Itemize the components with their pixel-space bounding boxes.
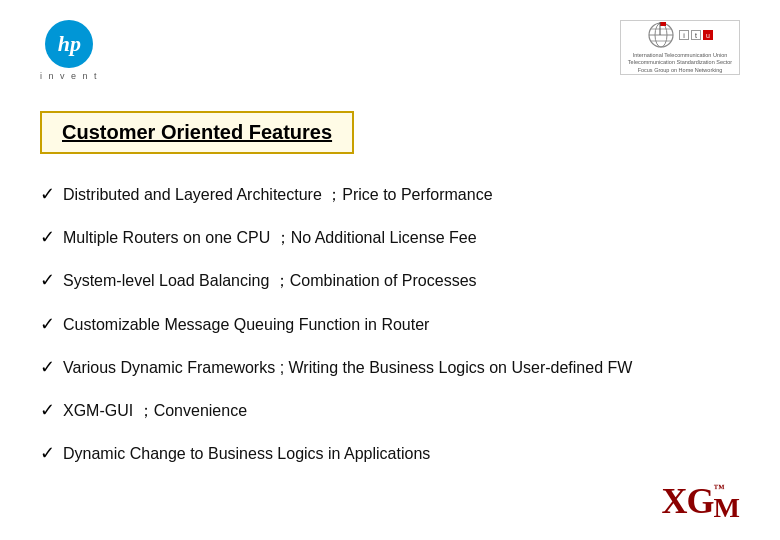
xgm-m-text: M — [714, 494, 740, 522]
itu-logo: i t u International Telecommunication Un… — [620, 20, 740, 75]
feature-text-1: Distributed and Layered Architecture ；Pr… — [63, 184, 493, 206]
itu-box-t: t — [691, 30, 701, 40]
itu-right: i t u — [679, 30, 713, 40]
checkmark-icon-4: ✓ — [40, 312, 55, 337]
hp-circle-icon: hp — [45, 20, 93, 68]
feature-text-4: Customizable Message Queuing Function in… — [63, 314, 429, 336]
xgm-logo: XG ™ M — [662, 480, 740, 522]
title-box: Customer Oriented Features — [40, 111, 354, 154]
itu-box-u: u — [703, 30, 713, 40]
feature-text-6: XGM-GUI ；Convenience — [63, 400, 247, 422]
hp-logo: hp i n v e n t — [40, 20, 99, 81]
checkmark-icon-3: ✓ — [40, 268, 55, 293]
feature-text-5: Various Dynamic Frameworks ; Writing the… — [63, 357, 632, 379]
itu-logo-top: i t u — [647, 21, 713, 49]
xgm-main-text: XG — [662, 480, 714, 522]
checkmark-icon-6: ✓ — [40, 398, 55, 423]
itu-caption: International Telecommunication Union Te… — [628, 52, 732, 73]
feature-item-7: ✓ Dynamic Change to Business Logics in A… — [40, 441, 740, 466]
checkmark-icon-2: ✓ — [40, 225, 55, 250]
hp-invent-text: i n v e n t — [40, 71, 99, 81]
header: hp i n v e n t i — [40, 20, 740, 81]
feature-text-3: System-level Load Balancing ；Combination… — [63, 270, 477, 292]
feature-item-3: ✓ System-level Load Balancing ；Combinati… — [40, 268, 740, 293]
checkmark-icon-5: ✓ — [40, 355, 55, 380]
xgm-m-container: ™ M — [714, 483, 740, 522]
slide: hp i n v e n t i — [0, 0, 780, 540]
checkmark-icon-7: ✓ — [40, 441, 55, 466]
checkmark-icon-1: ✓ — [40, 182, 55, 207]
itu-letter-boxes: i t u — [679, 30, 713, 40]
feature-text-7: Dynamic Change to Business Logics in App… — [63, 443, 430, 465]
feature-item-2: ✓ Multiple Routers on one CPU ；No Additi… — [40, 225, 740, 250]
feature-item-1: ✓ Distributed and Layered Architecture ；… — [40, 182, 740, 207]
feature-item-6: ✓ XGM-GUI ；Convenience — [40, 398, 740, 423]
feature-text-2: Multiple Routers on one CPU ；No Addition… — [63, 227, 477, 249]
itu-globe-icon — [647, 21, 675, 49]
feature-list: ✓ Distributed and Layered Architecture ；… — [40, 182, 740, 466]
slide-title: Customer Oriented Features — [62, 121, 332, 143]
svg-rect-5 — [660, 22, 666, 26]
itu-box-i: i — [679, 30, 689, 40]
feature-item-4: ✓ Customizable Message Queuing Function … — [40, 312, 740, 337]
feature-item-5: ✓ Various Dynamic Frameworks ; Writing t… — [40, 355, 740, 380]
